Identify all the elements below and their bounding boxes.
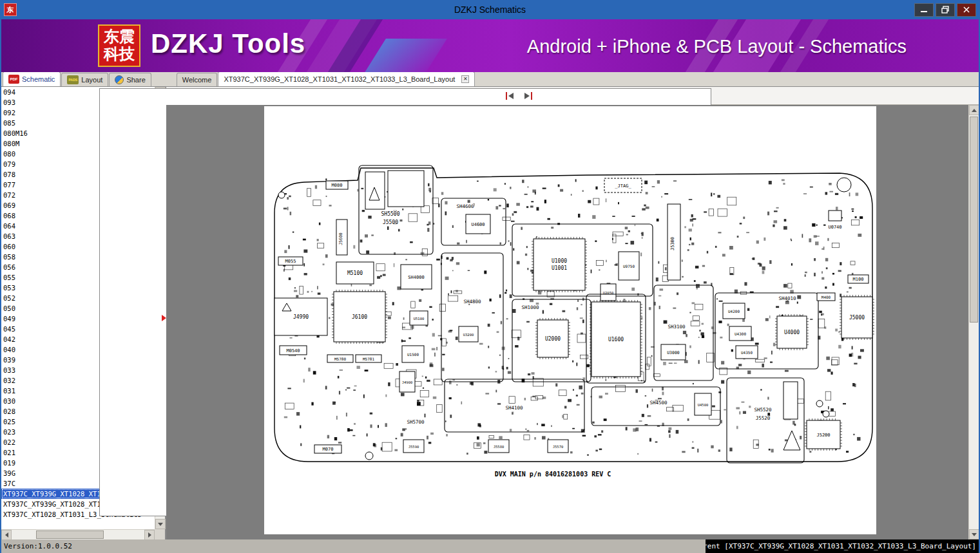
tab-label: Schematic (22, 75, 55, 83)
svg-text:J5000: J5000 (849, 315, 865, 321)
svg-text:SH5700: SH5700 (407, 419, 425, 425)
window-title: DZKJ Schematics (1, 5, 979, 15)
svg-text:J5570: J5570 (553, 445, 564, 449)
svg-text:SH1000: SH1000 (521, 305, 539, 310)
document-area: M080SH5500J5500J5600SH4600U4600_JTAG_J53… (166, 105, 979, 539)
scroll-down-icon[interactable] (969, 529, 979, 539)
scroll-left-icon[interactable] (1, 530, 12, 540)
company-logo: 东震 科技 (98, 24, 140, 67)
svg-text:_JTAG_: _JTAG_ (615, 183, 631, 189)
svg-text:J5520: J5520 (756, 415, 771, 421)
svg-text:U4000: U4000 (784, 330, 800, 335)
svg-text:M5780: M5780 (334, 357, 346, 361)
document-vertical-scrollbar[interactable] (968, 105, 979, 539)
app-window: 东 DZKJ Schematics 东震 科技 DZKJ Tools Andro… (0, 0, 980, 553)
svg-text:M080: M080 (332, 183, 343, 188)
svg-text:U4200: U4200 (728, 309, 740, 314)
svg-text:U5100: U5100 (414, 317, 425, 321)
pdf-icon: PDF (8, 75, 19, 84)
brand-banner: 东震 科技 DZKJ Tools Android + iPhone & PCB … (1, 19, 979, 72)
find-marker-icon (506, 92, 507, 100)
minimize-icon (920, 6, 928, 14)
svg-text:U1000: U1000 (552, 258, 567, 264)
scroll-down-icon[interactable] (155, 519, 166, 529)
svg-text:SH4600: SH4600 (456, 203, 474, 209)
svg-text:SH4000: SH4000 (408, 275, 424, 280)
logo-line-1: 东震 (104, 28, 135, 46)
svg-text:M055: M055 (285, 259, 296, 264)
svg-text:SH5500: SH5500 (381, 211, 400, 217)
svg-text:U3000: U3000 (667, 350, 680, 355)
svg-text:M400: M400 (821, 295, 831, 299)
pcb-board-layout: M080SH5500J5500J5600SH4600U4600_JTAG_J53… (264, 106, 876, 534)
scroll-right-icon[interactable] (144, 530, 155, 540)
tab-layout[interactable]: PADSLayout (61, 73, 108, 86)
pcb-layout-page: M080SH5500J5500J5600SH4600U4600_JTAG_J53… (264, 106, 876, 534)
svg-text:J4990: J4990 (293, 314, 309, 320)
svg-text:DVX MAIN p/n 84016281003 REV: DVX MAIN p/n 84016281003 REV C (495, 471, 611, 478)
find-next-button[interactable] (522, 91, 533, 101)
svg-text:J5300: J5300 (670, 237, 675, 250)
pads-icon: PADS (67, 75, 79, 84)
svg-text:M5781: M5781 (363, 357, 374, 361)
title-bar: 东 DZKJ Schematics (1, 0, 979, 19)
tab-close-icon[interactable]: ✕ (461, 75, 469, 83)
version-text: Version:1.0.0.52 (1, 542, 72, 550)
svg-text:M0540: M0540 (286, 348, 300, 353)
svg-text:SH4100: SH4100 (505, 405, 523, 411)
logo-line-2: 科技 (104, 46, 135, 63)
svg-text:J5590: J5590 (408, 445, 419, 449)
close-button[interactable] (957, 3, 976, 17)
tab-schematic[interactable]: PDFSchematic (3, 71, 61, 86)
svg-text:M5100: M5100 (347, 270, 363, 276)
brand-title: DZKJ Tools (151, 28, 305, 59)
svg-text:SH5520: SH5520 (754, 407, 772, 413)
sidebar-horizontal-scrollbar[interactable] (1, 529, 155, 539)
document-tab-label: XT937C_XT939G_XT1028_XT1031_XT1032_XT103… (224, 75, 455, 83)
tab-share[interactable]: Share (109, 73, 151, 86)
find-previous-icon (508, 93, 514, 99)
tab-bar: PDFSchematicPADSLayoutShare WelcomeXT937… (1, 72, 979, 87)
svg-text:U1600: U1600 (608, 337, 624, 342)
svg-text:J6100: J6100 (352, 314, 367, 320)
svg-text:U4350: U4350 (741, 350, 753, 355)
svg-text:U0740: U0740 (828, 225, 841, 230)
document-tab[interactable]: XT937C_XT939G_XT1028_XT1031_XT1032_XT103… (218, 71, 475, 86)
svg-text:SH4500: SH4500 (649, 400, 668, 406)
svg-text:U4300: U4300 (735, 332, 746, 336)
svg-text:U4500: U4500 (698, 403, 709, 407)
minimize-button[interactable] (914, 3, 934, 17)
document-tab-label: Welcome (182, 76, 212, 84)
scroll-up-icon[interactable] (969, 105, 979, 115)
svg-text:M100: M100 (853, 277, 864, 282)
svg-text:U2000: U2000 (545, 336, 561, 342)
document-vscroll-thumb[interactable] (970, 117, 978, 323)
tool-tabs: PDFSchematicPADSLayoutShare (3, 71, 152, 86)
sidebar-hscroll-thumb[interactable] (36, 530, 104, 539)
viewer-panel: Page: Find: A a M080SH5500J550 (166, 87, 979, 539)
window-controls (914, 3, 976, 17)
svg-text:U3200: U3200 (463, 333, 474, 337)
svg-text:SH4800: SH4800 (463, 299, 481, 305)
svg-text:U1001: U1001 (552, 265, 567, 271)
status-bar: Version:1.0.0.52 Current [XT937C_XT939G_… (1, 539, 979, 553)
viewer-toolbar: Page: Find: A a (166, 87, 979, 105)
maximize-button[interactable] (936, 3, 955, 17)
find-previous-button[interactable] (504, 91, 516, 101)
svg-text:J5600: J5600 (338, 232, 343, 245)
svg-text:SH3100: SH3100 (668, 324, 686, 330)
main-area: 094093092085080M16080M080079078077072069… (1, 87, 979, 539)
svg-text:U9750: U9750 (623, 264, 635, 268)
close-icon (963, 6, 970, 14)
find-next-icon (524, 93, 530, 99)
svg-text:U4600: U4600 (471, 222, 485, 227)
find-marker-icon (531, 92, 532, 100)
document-tab[interactable]: Welcome (177, 73, 218, 86)
svg-text:M070: M070 (323, 447, 334, 452)
tab-label: Share (126, 76, 145, 84)
svg-text:J5580: J5580 (494, 445, 504, 449)
share-icon (115, 75, 124, 84)
panel-splitter-marker (162, 315, 166, 321)
current-document-text: Current [XT937C_XT939G_XT1028_XT1031_XT1… (706, 539, 979, 553)
restore-icon (941, 6, 949, 14)
